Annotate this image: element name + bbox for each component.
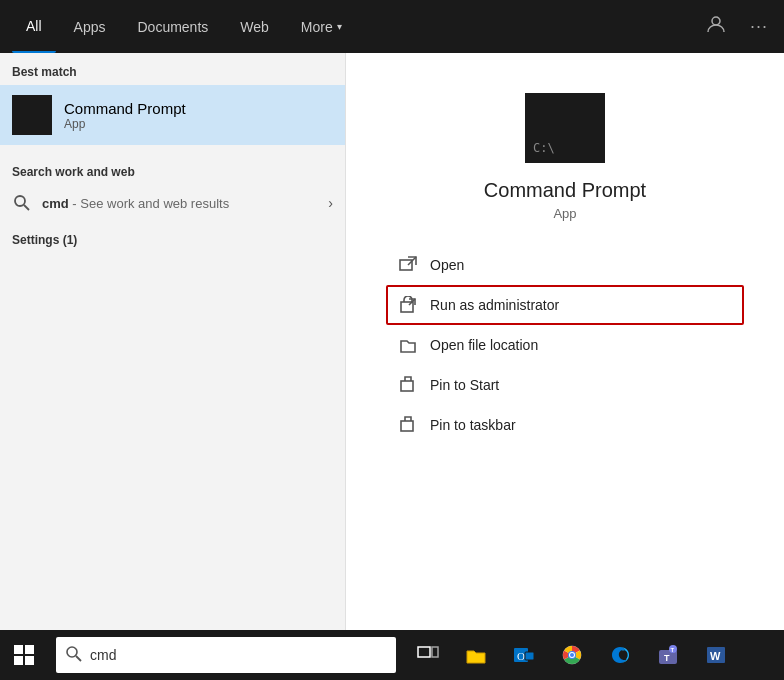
- search-description: - See work and web results: [69, 196, 229, 211]
- svg-text:T: T: [671, 647, 675, 653]
- open-file-location-icon: [398, 335, 418, 355]
- svg-rect-7: [401, 381, 413, 391]
- task-view-button[interactable]: [404, 630, 452, 680]
- start-button[interactable]: [0, 630, 48, 680]
- svg-rect-10: [25, 645, 34, 654]
- svg-rect-11: [14, 656, 23, 665]
- svg-rect-16: [432, 647, 438, 657]
- action-open-file-location[interactable]: Open file location: [386, 325, 744, 365]
- cmd-app-icon: [12, 95, 52, 135]
- taskbar-chrome[interactable]: [548, 630, 596, 680]
- more-options-icon[interactable]: ···: [746, 12, 772, 41]
- svg-rect-3: [400, 260, 412, 270]
- open-file-location-label: Open file location: [430, 337, 538, 353]
- taskbar-search-icon: [66, 646, 82, 665]
- top-nav-bar: All Apps Documents Web More ▾ ···: [0, 0, 784, 53]
- svg-point-24: [570, 653, 574, 657]
- svg-point-1: [15, 196, 25, 206]
- chevron-down-icon: ▾: [337, 21, 342, 32]
- taskbar: cmd O: [0, 630, 784, 680]
- pin-to-start-icon: [398, 375, 418, 395]
- tab-web[interactable]: Web: [226, 0, 283, 53]
- run-as-admin-label: Run as administrator: [430, 297, 559, 313]
- pin-to-taskbar-icon: [398, 415, 418, 435]
- open-icon: [398, 255, 418, 275]
- best-match-label: Best match: [0, 53, 345, 85]
- svg-point-0: [712, 17, 720, 25]
- svg-rect-8: [401, 421, 413, 431]
- feedback-icon[interactable]: [702, 10, 730, 43]
- nav-icons: ···: [702, 10, 772, 43]
- best-match-text: Command Prompt App: [64, 100, 186, 131]
- svg-rect-15: [418, 647, 430, 657]
- taskbar-outlook[interactable]: O: [500, 630, 548, 680]
- right-app-title: Command Prompt: [484, 179, 646, 202]
- tab-more[interactable]: More ▾: [287, 0, 356, 53]
- svg-rect-9: [14, 645, 23, 654]
- tab-apps[interactable]: Apps: [60, 0, 120, 53]
- taskbar-search-text: cmd: [90, 647, 116, 663]
- best-match-title: Command Prompt: [64, 100, 186, 117]
- right-panel: C:\ Command Prompt App Open: [345, 53, 784, 630]
- pin-to-start-label: Pin to Start: [430, 377, 499, 393]
- action-pin-to-taskbar[interactable]: Pin to taskbar: [386, 405, 744, 445]
- svg-text:O: O: [517, 650, 525, 662]
- search-web-text: cmd - See work and web results: [42, 196, 229, 211]
- search-web-item[interactable]: cmd - See work and web results ›: [0, 185, 345, 221]
- svg-line-2: [24, 205, 29, 210]
- action-run-as-admin[interactable]: Run as administrator: [386, 285, 744, 325]
- best-match-subtitle: App: [64, 117, 186, 131]
- search-web-section: cmd - See work and web results ›: [0, 185, 345, 221]
- best-match-item[interactable]: Command Prompt App: [0, 85, 345, 145]
- open-label: Open: [430, 257, 464, 273]
- search-web-label: Search work and web: [0, 153, 345, 185]
- cmd-large-icon: C:\: [525, 93, 605, 163]
- search-query: cmd: [42, 196, 69, 211]
- search-web-icon: [12, 193, 32, 213]
- run-as-admin-icon: [398, 295, 418, 315]
- taskbar-edge[interactable]: [596, 630, 644, 680]
- right-app-subtitle: App: [553, 206, 576, 221]
- search-panel: Best match Command Prompt App Search wor…: [0, 53, 784, 630]
- svg-line-14: [76, 656, 81, 661]
- tab-all[interactable]: All: [12, 0, 56, 53]
- tab-documents[interactable]: Documents: [123, 0, 222, 53]
- svg-text:W: W: [710, 650, 721, 662]
- svg-text:T: T: [664, 653, 670, 663]
- taskbar-word[interactable]: W: [692, 630, 740, 680]
- pin-to-taskbar-label: Pin to taskbar: [430, 417, 516, 433]
- settings-section: Settings (1): [0, 221, 345, 255]
- taskbar-teams[interactable]: T T: [644, 630, 692, 680]
- chevron-right-icon: ›: [328, 195, 333, 211]
- svg-rect-19: [525, 652, 534, 660]
- taskbar-search-bar[interactable]: cmd: [56, 637, 396, 673]
- action-list: Open Run as administrator: [346, 245, 784, 445]
- action-open[interactable]: Open: [386, 245, 744, 285]
- action-pin-to-start[interactable]: Pin to Start: [386, 365, 744, 405]
- settings-label: Settings (1): [0, 225, 345, 251]
- taskbar-file-explorer[interactable]: [452, 630, 500, 680]
- svg-point-13: [67, 647, 77, 657]
- svg-rect-12: [25, 656, 34, 665]
- left-panel: Best match Command Prompt App Search wor…: [0, 53, 345, 630]
